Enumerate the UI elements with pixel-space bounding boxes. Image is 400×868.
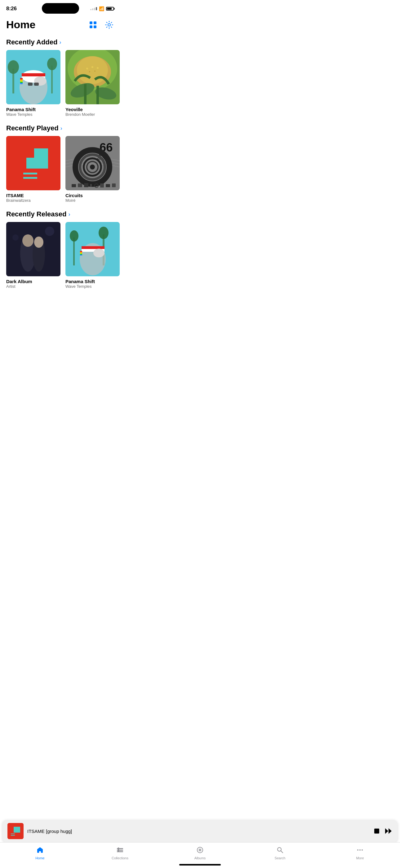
svg-point-30 xyxy=(94,70,96,72)
gear-icon xyxy=(105,21,113,29)
album-artist-recently1: Artist xyxy=(6,284,61,289)
album-card-itsame[interactable]: ITSAME Brainwaltzera xyxy=(6,136,61,203)
svg-rect-96 xyxy=(81,246,104,249)
album-card-circuits[interactable]: 66 MOIRÉ CIRCUITS xyxy=(65,136,120,203)
svg-rect-16 xyxy=(20,81,23,82)
svg-point-66 xyxy=(90,164,95,169)
recently-added-row: Panama Shift Wave Temples xyxy=(0,50,121,122)
recently-released-header[interactable]: Recently Released › xyxy=(0,208,121,222)
svg-point-25 xyxy=(77,56,108,84)
svg-rect-21 xyxy=(34,83,39,86)
album-card-recently2[interactable]: Panama Shift Wave Temples xyxy=(65,222,120,289)
svg-point-4 xyxy=(108,24,110,26)
svg-point-28 xyxy=(97,67,99,69)
wifi-icon: 📶 xyxy=(99,6,104,11)
album-art-yeoville xyxy=(65,50,120,104)
svg-rect-70 xyxy=(90,184,92,187)
recently-added-header[interactable]: Recently Added › xyxy=(0,36,121,50)
album-art-recently1 xyxy=(6,222,61,276)
svg-rect-17 xyxy=(20,82,23,83)
svg-rect-14 xyxy=(20,78,23,79)
header-icons xyxy=(88,19,115,30)
album-artist-itsame: Brainwaltzera xyxy=(6,198,61,203)
svg-rect-20 xyxy=(28,83,33,86)
settings-button[interactable] xyxy=(104,19,115,30)
signal-icon xyxy=(90,7,97,10)
recently-released-title: Recently Released xyxy=(6,210,66,218)
page-title: Home xyxy=(6,19,35,31)
svg-rect-98 xyxy=(80,252,82,253)
recently-released-row: Dark Album Artist xyxy=(0,222,121,294)
svg-rect-74 xyxy=(112,183,116,187)
svg-rect-73 xyxy=(106,184,110,187)
status-icons: 📶 xyxy=(90,6,115,11)
svg-rect-54 xyxy=(26,148,34,158)
page-header: Home xyxy=(0,16,121,36)
scroll-content: Recently Added › xyxy=(0,36,121,346)
album-art-itsame xyxy=(6,136,61,190)
svg-point-84 xyxy=(22,235,33,247)
recently-added-arrow: › xyxy=(59,39,61,45)
recently-played-title: Recently Played xyxy=(6,124,59,132)
album-card-recently1[interactable]: Dark Album Artist xyxy=(6,222,61,289)
svg-rect-100 xyxy=(80,254,82,254)
album-art-circuits: 66 MOIRÉ CIRCUITS xyxy=(65,136,120,190)
svg-rect-97 xyxy=(80,251,82,252)
svg-point-9 xyxy=(47,58,57,70)
album-name-recently2: Panama Shift xyxy=(65,279,120,284)
svg-point-88 xyxy=(12,235,19,241)
svg-rect-68 xyxy=(78,183,82,187)
svg-rect-15 xyxy=(20,79,23,81)
svg-rect-18 xyxy=(20,83,23,84)
battery-icon xyxy=(106,7,115,10)
svg-rect-67 xyxy=(72,184,76,187)
svg-rect-3 xyxy=(94,26,96,28)
svg-rect-69 xyxy=(84,183,88,187)
album-name-panama-shift: Panama Shift xyxy=(6,107,61,112)
svg-rect-13 xyxy=(22,73,45,76)
svg-point-27 xyxy=(92,66,93,68)
album-artist-circuits: Moiré xyxy=(65,198,120,203)
svg-point-93 xyxy=(70,230,78,242)
album-artist-panama-shift: Wave Temples xyxy=(6,112,61,117)
svg-rect-34 xyxy=(96,86,99,104)
recently-added-title: Recently Added xyxy=(6,38,57,46)
svg-point-91 xyxy=(99,227,108,239)
svg-rect-33 xyxy=(84,84,87,104)
status-time: 8:26 xyxy=(6,6,17,12)
album-art-panama-shift xyxy=(6,50,61,104)
svg-rect-1 xyxy=(94,22,96,24)
svg-point-86 xyxy=(34,237,43,248)
svg-rect-2 xyxy=(90,26,92,28)
recently-played-header[interactable]: Recently Played › xyxy=(0,122,121,136)
svg-rect-56 xyxy=(23,177,37,179)
recently-played-arrow: › xyxy=(61,125,62,132)
svg-point-7 xyxy=(8,60,19,74)
grid-icon xyxy=(89,21,97,29)
svg-rect-72 xyxy=(100,183,104,187)
svg-point-29 xyxy=(89,71,90,72)
album-name-itsame: ITSAME xyxy=(6,193,61,198)
svg-rect-0 xyxy=(90,22,92,24)
svg-rect-92 xyxy=(73,238,75,266)
svg-point-102 xyxy=(93,249,104,257)
album-card-panama-shift[interactable]: Panama Shift Wave Temples xyxy=(6,50,61,117)
album-art-recently2 xyxy=(65,222,120,276)
album-artist-yeoville: Brendon Moeller xyxy=(65,112,120,117)
svg-rect-99 xyxy=(80,253,82,254)
album-artist-recently2: Wave Temples xyxy=(65,284,120,289)
album-card-yeoville[interactable]: Yeoville Brendon Moeller xyxy=(65,50,120,117)
recently-released-arrow: › xyxy=(68,211,70,218)
album-name-circuits: Circuits xyxy=(65,193,120,198)
svg-rect-55 xyxy=(23,173,37,175)
svg-point-87 xyxy=(45,227,54,236)
album-name-recently1: Dark Album xyxy=(6,279,61,284)
grid-icon-button[interactable] xyxy=(88,19,99,30)
album-name-yeoville: Yeoville xyxy=(65,107,120,112)
recently-played-row: ITSAME Brainwaltzera 66 MOIRÉ CIRC xyxy=(0,136,121,208)
svg-point-26 xyxy=(86,68,88,69)
dynamic-island xyxy=(42,3,79,14)
svg-rect-101 xyxy=(80,254,82,255)
